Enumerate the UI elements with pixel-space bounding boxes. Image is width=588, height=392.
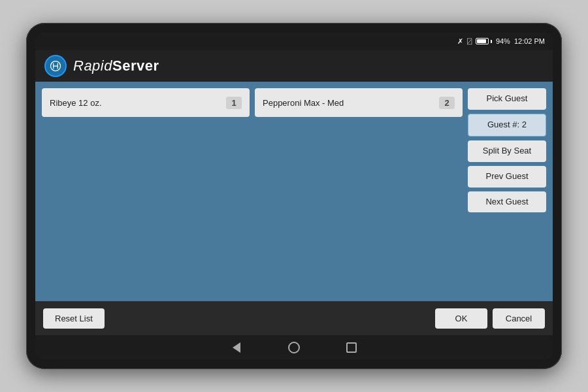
wifi-icon: ⍁ xyxy=(467,37,472,46)
recents-icon xyxy=(346,342,357,353)
order-item-1[interactable]: Ribeye 12 oz. 1 xyxy=(42,88,250,117)
order-items-list: Ribeye 12 oz. 1 Pepperoni Max - Med 2 xyxy=(42,88,463,117)
order-item-2[interactable]: Pepperoni Max - Med 2 xyxy=(255,88,463,117)
app-title: RapidServer xyxy=(73,57,159,74)
bluetooth-icon: ✗ xyxy=(457,37,463,46)
reset-list-button[interactable]: Reset List xyxy=(43,308,105,329)
tablet-screen: ✗ ⍁ 94% 12:02 PM RapidS xyxy=(35,32,553,360)
back-icon xyxy=(233,342,240,353)
app-bar: RapidServer xyxy=(35,50,553,82)
next-guest-button[interactable]: Next Guest xyxy=(468,191,546,213)
app-logo xyxy=(44,55,67,77)
ok-button[interactable]: OK xyxy=(435,308,487,329)
empty-area xyxy=(42,219,546,295)
battery-percent: 94% xyxy=(496,37,510,45)
main-content: Ribeye 12 oz. 1 Pepperoni Max - Med 2 Pi… xyxy=(35,82,553,301)
prev-guest-button[interactable]: Prev Guest xyxy=(468,166,546,188)
tablet-device: ✗ ⍁ 94% 12:02 PM RapidS xyxy=(26,23,562,369)
order-item-1-qty: 1 xyxy=(226,97,242,109)
home-icon xyxy=(288,342,300,353)
guest-number-button[interactable]: Guest #: 2 xyxy=(468,114,546,137)
pick-guest-button[interactable]: Pick Guest xyxy=(468,88,546,110)
navigation-bar xyxy=(35,335,553,360)
side-buttons-panel: Pick Guest Guest #: 2 Split By Seat Prev… xyxy=(468,88,546,212)
status-bar: ✗ ⍁ 94% 12:02 PM xyxy=(35,32,553,50)
order-item-2-name: Pepperoni Max - Med xyxy=(263,98,344,108)
order-item-1-name: Ribeye 12 oz. xyxy=(50,98,102,108)
battery-icon xyxy=(476,38,492,44)
app-title-server: Server xyxy=(112,57,159,74)
split-by-seat-button[interactable]: Split By Seat xyxy=(468,140,546,162)
order-row: Ribeye 12 oz. 1 Pepperoni Max - Med 2 Pi… xyxy=(42,88,546,212)
app-title-rapid: Rapid xyxy=(73,57,112,74)
bottom-action-bar: Reset List OK Cancel xyxy=(35,301,553,335)
nav-back-button[interactable] xyxy=(227,338,246,357)
bottom-left-buttons: Reset List xyxy=(43,308,105,329)
order-item-2-qty: 2 xyxy=(439,97,455,109)
bottom-right-buttons: OK Cancel xyxy=(435,308,545,329)
nav-home-button[interactable] xyxy=(285,338,303,357)
cancel-button[interactable]: Cancel xyxy=(493,308,545,329)
clock: 12:02 PM xyxy=(514,37,545,45)
nav-recents-button[interactable] xyxy=(342,338,361,357)
